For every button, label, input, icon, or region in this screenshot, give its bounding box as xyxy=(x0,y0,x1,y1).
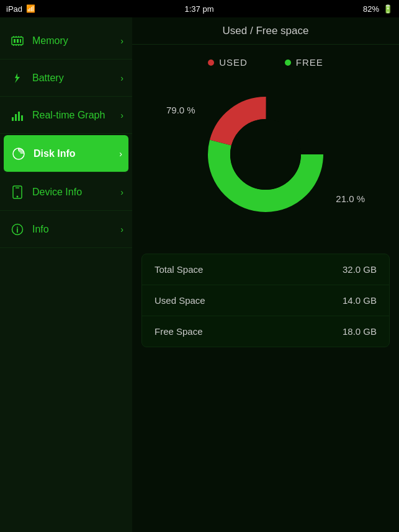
free-legend-label: FREE xyxy=(296,57,323,68)
sidebar: Memory › Battery › Real-t xyxy=(0,17,132,532)
realtime-icon xyxy=(9,107,26,124)
svg-marker-12 xyxy=(15,73,20,83)
sidebar-item-diskinfo[interactable]: Disk Info › xyxy=(4,135,128,172)
status-time: 1:37 pm xyxy=(185,4,214,14)
status-left: iPad 📶 xyxy=(6,4,35,14)
table-row: Free Space 18.0 GB xyxy=(142,316,389,347)
content-header: Used / Free space xyxy=(132,17,399,45)
deviceinfo-label: Device Info xyxy=(32,187,120,198)
deviceinfo-chevron: › xyxy=(120,187,123,197)
sidebar-item-battery[interactable]: Battery › xyxy=(0,60,132,97)
battery-label: Battery xyxy=(32,73,120,84)
deviceinfo-icon xyxy=(9,184,26,201)
legend-used: USED xyxy=(208,57,248,68)
donut-chart: 79.0 % 21.0 % xyxy=(197,86,334,223)
svg-rect-16 xyxy=(21,115,23,121)
sidebar-item-info[interactable]: Info › xyxy=(0,211,132,248)
disk-table: Total Space 32.0 GB Used Space 14.0 GB F… xyxy=(141,254,390,347)
free-percent-label: 79.0 % xyxy=(166,105,195,115)
used-space-value: 14.0 GB xyxy=(343,295,377,306)
chart-legend: USED FREE xyxy=(145,57,387,68)
free-space-label: Free Space xyxy=(155,326,203,337)
svg-rect-13 xyxy=(12,117,14,121)
svg-point-18 xyxy=(17,152,20,156)
svg-rect-3 xyxy=(20,39,21,43)
diskinfo-label: Disk Info xyxy=(34,148,119,159)
diskinfo-icon xyxy=(10,145,27,162)
diskinfo-chevron: › xyxy=(119,149,122,159)
info-chevron: › xyxy=(120,224,123,234)
table-row: Used Space 14.0 GB xyxy=(142,285,389,316)
content-area: Used / Free space USED FREE 79.0 % xyxy=(132,17,399,532)
wifi-icon: 📶 xyxy=(26,4,35,13)
svg-rect-14 xyxy=(15,114,17,121)
battery-sidebar-icon xyxy=(9,69,26,87)
svg-rect-2 xyxy=(17,39,19,43)
svg-rect-15 xyxy=(18,112,20,121)
status-right: 82% 🔋 xyxy=(363,4,393,14)
used-percent-label: 21.0 % xyxy=(336,193,365,204)
sidebar-item-deviceinfo[interactable]: Device Info › xyxy=(0,174,132,211)
used-legend-label: USED xyxy=(219,57,248,68)
main-layout: Memory › Battery › Real-t xyxy=(0,17,399,532)
sidebar-item-memory[interactable]: Memory › xyxy=(0,22,132,60)
battery-percent: 82% xyxy=(363,4,379,14)
status-bar: iPad 📶 1:37 pm 82% 🔋 xyxy=(0,0,399,17)
svg-point-21 xyxy=(17,195,19,197)
total-space-value: 32.0 GB xyxy=(343,264,377,275)
info-label: Info xyxy=(32,224,120,235)
used-dot xyxy=(208,60,214,66)
realtime-label: Real-time Graph xyxy=(32,110,120,121)
free-dot xyxy=(285,60,291,66)
content-title: Used / Free space xyxy=(223,25,309,37)
legend-free: FREE xyxy=(285,57,323,68)
table-row: Total Space 32.0 GB xyxy=(142,254,389,285)
battery-icon: 🔋 xyxy=(383,4,393,14)
used-space-label: Used Space xyxy=(155,295,205,306)
memory-chevron: › xyxy=(120,36,123,46)
svg-point-24 xyxy=(17,226,18,228)
sidebar-item-realtime[interactable]: Real-time Graph › xyxy=(0,97,132,134)
realtime-chevron: › xyxy=(120,110,123,120)
battery-chevron: › xyxy=(120,73,123,83)
free-space-value: 18.0 GB xyxy=(343,326,377,337)
info-icon xyxy=(9,221,26,238)
svg-rect-1 xyxy=(14,39,16,43)
memory-icon xyxy=(9,32,26,50)
device-name: iPad xyxy=(6,4,22,14)
memory-label: Memory xyxy=(32,35,120,47)
chart-area: USED FREE 79.0 % xyxy=(132,45,399,241)
total-space-label: Total Space xyxy=(155,264,203,275)
donut-hole xyxy=(230,119,301,190)
